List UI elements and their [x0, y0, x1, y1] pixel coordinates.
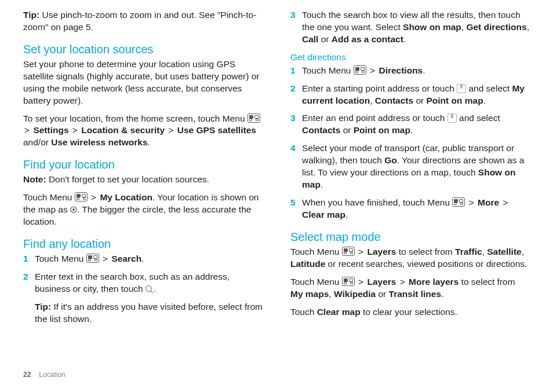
bold-use-gps: Use GPS satellites [177, 125, 256, 135]
location-dot-icon [70, 206, 77, 213]
tip-label: Tip: [23, 10, 39, 20]
list-item: Enter text in the search box, such as an… [23, 271, 263, 295]
para-sources-desc: Set your phone to determine your locatio… [23, 58, 263, 107]
menu-icon [86, 254, 99, 263]
search-icon [145, 285, 154, 294]
bold-my-location: My Location [100, 192, 152, 202]
svg-point-1 [72, 208, 75, 211]
menu-icon [452, 197, 465, 207]
page-columns: Tip: Use pinch-to-zoom to zoom in and ou… [0, 0, 553, 331]
list-item: Select your mode of transport (car, publ… [290, 142, 530, 191]
note-label: Note: [23, 174, 46, 184]
column-right: Touch the search box to view all the res… [290, 9, 530, 331]
para-layers-1: Touch Menu > Layers to select from Traff… [290, 246, 530, 270]
tip-text: Use pinch-to-zoom to zoom in and out. Se… [23, 10, 256, 32]
menu-icon [248, 113, 260, 123]
tip-visited-before: Tip: If it's an address you have visited… [35, 301, 263, 325]
page-footer: 22Location [23, 370, 66, 379]
heading-set-location-sources: Set your location sources [23, 42, 263, 57]
heading-find-any-location: Find any location [23, 236, 263, 252]
note-set-sources: Note: Don't forget to set your location … [23, 174, 263, 186]
list-item: Touch Menu > Search. [23, 253, 263, 265]
tip-pinchzoom: Tip: Use pinch-to-zoom to zoom in and ou… [23, 9, 263, 34]
menu-icon [75, 192, 88, 202]
menu-icon [342, 277, 355, 286]
tip-label: Tip: [35, 302, 51, 312]
bookmark-icon [448, 113, 457, 123]
list-item: Enter a starting point address or touch … [290, 83, 530, 107]
heading-get-directions: Get directions [290, 52, 530, 64]
para-clear-map: Touch Clear map to clear your selections… [290, 306, 530, 318]
find-any-steps-cont: Touch the search box to view all the res… [290, 9, 530, 46]
heading-find-your-location: Find your location [23, 157, 263, 173]
find-any-steps: Touch Menu > Search. Enter text in the s… [23, 253, 263, 295]
bold-location-security: Location & security [81, 125, 165, 135]
list-item: Enter an end point address or touch and … [290, 112, 530, 137]
section-label: Location [39, 371, 65, 379]
list-item: Touch the search box to view all the res… [290, 9, 530, 46]
menu-icon [342, 247, 355, 256]
column-left: Tip: Use pinch-to-zoom to zoom in and ou… [23, 9, 263, 331]
list-item: Touch Menu > Directions. [290, 65, 530, 77]
heading-select-map-mode: Select map mode [290, 229, 530, 245]
bold-settings: Settings [33, 125, 68, 135]
list-item: When you have finished, touch Menu > Mor… [290, 197, 530, 221]
para-set-location: To set your location, from the home scre… [23, 113, 263, 149]
bold-use-wireless: Use wireless networks [51, 137, 147, 147]
menu-icon [354, 65, 366, 75]
para-layers-2: Touch Menu > Layers > More layers to sel… [290, 276, 530, 301]
get-directions-steps: Touch Menu > Directions. Enter a startin… [290, 65, 530, 221]
page-number: 22 [23, 371, 31, 379]
bold-search: Search [111, 254, 141, 263]
bookmark-icon [457, 84, 466, 93]
para-my-location: Touch Menu > My Location. Your location … [23, 192, 263, 228]
